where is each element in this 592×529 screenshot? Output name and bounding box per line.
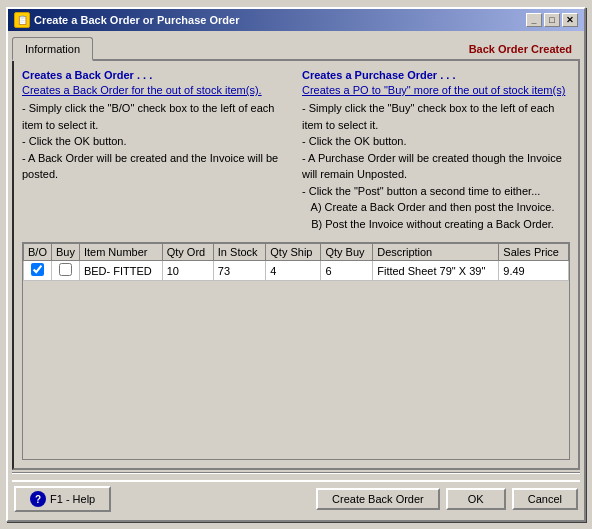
ok-label: OK [468,493,484,505]
purchase-order-section: Creates a Purchase Order . . . Creates a… [302,69,570,232]
col-qty-ship: Qty Ship [266,244,321,261]
purchase-order-instructions: - Simply click the "Buy" check box to th… [302,100,570,232]
col-qty-buy: Qty Buy [321,244,373,261]
footer-right: Create Back Order OK Cancel [316,488,578,510]
items-table-container: B/O Buy Item Number Qty Ord In Stock Qty… [22,242,570,460]
footer-left: ? F1 - Help [14,486,111,512]
title-buttons: _ □ ✕ [526,13,578,27]
create-back-order-button[interactable]: Create Back Order [316,488,440,510]
create-back-order-label: Create Back Order [332,493,424,505]
purchase-order-heading: Creates a Purchase Order . . . [302,69,570,81]
window-icon: 📋 [14,12,30,28]
col-sales-price: Sales Price [499,244,569,261]
tab-bar: Information Back Order Created [12,35,580,61]
cell-buy[interactable] [51,261,79,281]
footer: ? F1 - Help Create Back Order OK Cancel [12,480,580,516]
purchase-order-subheading: Creates a PO to "Buy" more of the out of… [302,84,570,96]
help-label: F1 - Help [50,493,95,505]
table-row: BED- FITTED 10 73 4 6 Fitted Sheet 79" X… [24,261,569,281]
cell-bo[interactable] [24,261,52,281]
maximize-button[interactable]: □ [544,13,560,27]
col-bo: B/O [24,244,52,261]
info-columns: Creates a Back Order . . . Creates a Bac… [22,69,570,232]
window-title: Create a Back Order or Purchase Order [34,14,239,26]
window-body: Information Back Order Created Creates a… [8,31,584,520]
backorder-subheading: Creates a Back Order for the out of stoc… [22,84,290,96]
buy-checkbox[interactable] [59,263,72,276]
ok-button[interactable]: OK [446,488,506,510]
cell-description: Fitted Sheet 79" X 39" [373,261,499,281]
cell-qty-ord: 10 [162,261,213,281]
cancel-label: Cancel [528,493,562,505]
main-window: 📋 Create a Back Order or Purchase Order … [6,7,586,522]
table-header-row: B/O Buy Item Number Qty Ord In Stock Qty… [24,244,569,261]
title-bar: 📋 Create a Back Order or Purchase Order … [8,9,584,31]
backorder-instructions: - Simply click the "B/O" check box to th… [22,100,290,183]
cell-sales-price: 9.49 [499,261,569,281]
backorder-section: Creates a Back Order . . . Creates a Bac… [22,69,290,232]
cell-in-stock: 73 [213,261,265,281]
items-table: B/O Buy Item Number Qty Ord In Stock Qty… [23,243,569,281]
tab-information[interactable]: Information [12,37,93,61]
col-in-stock: In Stock [213,244,265,261]
minimize-button[interactable]: _ [526,13,542,27]
col-item-number: Item Number [79,244,162,261]
bo-checkbox[interactable] [31,263,44,276]
content-panel: Creates a Back Order . . . Creates a Bac… [12,61,580,470]
cell-qty-buy: 6 [321,261,373,281]
backorder-heading: Creates a Back Order . . . [22,69,290,81]
help-button[interactable]: ? F1 - Help [14,486,111,512]
title-bar-left: 📋 Create a Back Order or Purchase Order [14,12,239,28]
col-qty-ord: Qty Ord [162,244,213,261]
col-description: Description [373,244,499,261]
footer-separator [12,472,580,474]
help-icon: ? [30,491,46,507]
cancel-button[interactable]: Cancel [512,488,578,510]
tab-information-label: Information [25,43,80,55]
cell-item-number: BED- FITTED [79,261,162,281]
cell-qty-ship: 4 [266,261,321,281]
col-buy: Buy [51,244,79,261]
close-button[interactable]: ✕ [562,13,578,27]
status-badge: Back Order Created [469,43,572,55]
